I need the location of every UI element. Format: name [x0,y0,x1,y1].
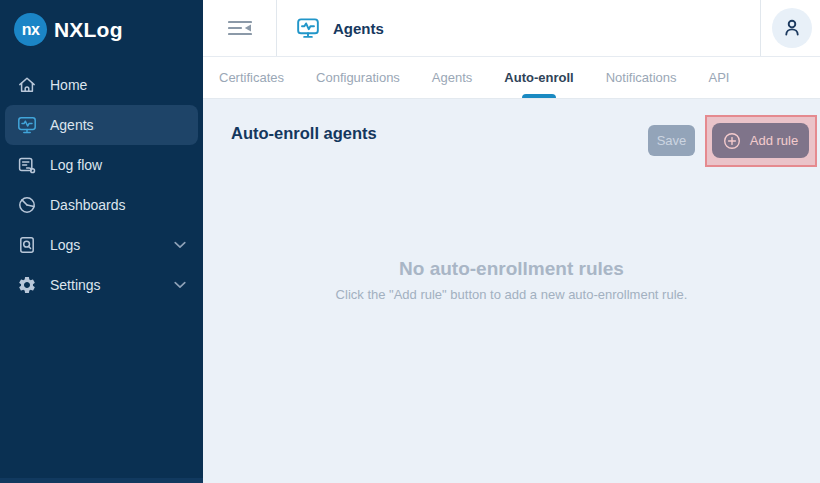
sidebar-bottom-strip [0,478,203,483]
sidebar-item-dashboards[interactable]: Dashboards [5,185,198,225]
header-divider [276,0,277,56]
agents-icon [17,115,37,135]
tab-certificates[interactable]: Certificates [203,57,300,98]
header-divider [760,0,761,56]
tab-configurations[interactable]: Configurations [300,57,416,98]
save-button[interactable]: Save [648,125,695,156]
empty-state-subtitle: Click the "Add rule" button to add a new… [203,287,820,302]
sidebar-item-label: Logs [50,237,80,253]
sidebar-item-label: Log flow [50,157,102,173]
sidebar-item-label: Agents [50,117,94,133]
user-avatar-button[interactable] [772,8,812,48]
dashboards-icon [17,195,37,215]
sidebar-item-label: Dashboards [50,197,126,213]
tab-bar: Certificates Configurations Agents Auto-… [203,56,820,99]
nxlog-logo-icon: nx [14,13,47,46]
log-flow-icon [17,155,37,175]
chevron-down-icon [174,241,186,249]
sidebar-item-log-flow[interactable]: Log flow [5,145,198,185]
tab-api[interactable]: API [692,57,745,98]
add-rule-label: Add rule [750,133,798,148]
brand-name: NXLog [54,18,123,42]
sidebar-nav: Home Agents [0,56,203,305]
settings-icon [17,275,37,295]
app-window: nx NXLog Home [0,0,820,483]
main-area: Agents Certificates Configurations Agent… [203,0,820,483]
sidebar: nx NXLog Home [0,0,203,483]
sidebar-item-label: Settings [50,277,101,293]
empty-state: No auto-enrollment rules Click the "Add … [203,258,820,302]
plus-circle-icon [723,132,741,150]
empty-state-title: No auto-enrollment rules [203,258,820,280]
top-header: Agents [203,0,820,56]
logs-icon [17,235,37,255]
sidebar-item-logs[interactable]: Logs [5,225,198,265]
agents-page-icon [296,16,320,40]
sidebar-item-home[interactable]: Home [5,65,198,105]
tab-agents[interactable]: Agents [416,57,488,98]
sidebar-item-settings[interactable]: Settings [5,265,198,305]
page-heading: Auto-enroll agents [231,124,377,143]
brand-logo[interactable]: nx NXLog [0,0,203,56]
tab-auto-enroll[interactable]: Auto-enroll [488,57,589,98]
sidebar-collapse-button[interactable] [203,0,276,56]
chevron-down-icon [174,281,186,289]
add-rule-button[interactable]: Add rule [712,123,809,158]
sidebar-item-agents[interactable]: Agents [5,105,198,145]
home-icon [17,75,37,95]
content-panel: Auto-enroll agents Save Add rule No auto… [203,99,820,483]
sidebar-item-label: Home [50,77,87,93]
page-title: Agents [333,20,384,37]
tab-notifications[interactable]: Notifications [590,57,693,98]
